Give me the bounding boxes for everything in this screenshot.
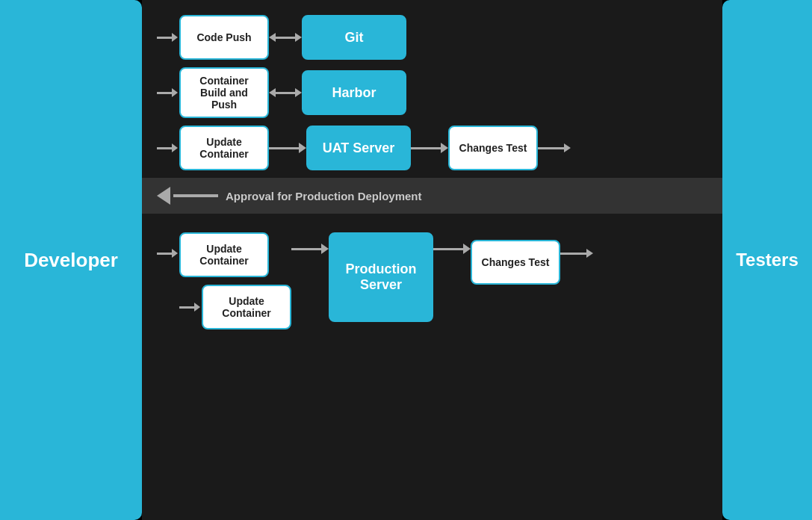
approval-text: Approval for Production Deployment: [226, 190, 422, 202]
left-arrowhead: [269, 33, 276, 42]
changes-test-uat-box: Changes Test: [448, 126, 538, 170]
right-arrowhead: [295, 33, 302, 42]
stub-head: [172, 249, 178, 258]
arrow-prod-1: [291, 244, 329, 254]
arrow-head: [321, 244, 329, 254]
testers-label: Testers: [736, 250, 799, 270]
exit-connector-prod: [560, 249, 593, 258]
approval-arrow: [157, 187, 218, 205]
production-server-box: Production Server: [329, 232, 433, 322]
left-stub-5: [179, 303, 202, 312]
approval-arrowhead: [157, 187, 170, 205]
left-stub-2: [157, 88, 179, 97]
developer-column: Developer: [0, 0, 142, 520]
connector-line: [276, 37, 295, 39]
changes-test-prod-box: Changes Test: [471, 240, 560, 285]
update-container-prod-box-2: Update Container: [202, 285, 291, 329]
row-prod-1: Update Container Update Container: [157, 232, 707, 329]
arrow-head: [299, 143, 306, 153]
connector-line: [276, 92, 295, 94]
testers-column: Testers: [722, 0, 812, 520]
row-container-build: Container Build and Push Harbor: [157, 67, 707, 118]
bottom-section: Update Container Update Container: [142, 214, 722, 520]
update-container-uat-box: Update Container: [179, 126, 269, 170]
arrow-line: [291, 248, 321, 250]
left-stub-3: [157, 143, 179, 152]
exit-connector-uat: [538, 143, 571, 152]
diagram-wrapper: Developer Code Push: [0, 0, 812, 520]
arrow-line: [269, 147, 299, 149]
stub-head: [194, 303, 200, 312]
right-arrowhead: [295, 88, 302, 97]
uat-server-box: UAT Server: [306, 126, 411, 170]
right-arrowhead: [564, 143, 571, 152]
connector-2: [269, 88, 302, 97]
developer-label: Developer: [24, 249, 118, 272]
arrow-head: [463, 244, 471, 254]
row-uat: Update Container UAT Server Changes: [157, 126, 707, 170]
arrow-line: [433, 248, 463, 250]
approval-line: [173, 194, 218, 197]
left-stub-4: [157, 249, 179, 258]
left-stub-1: [157, 33, 179, 42]
left-arrowhead: [269, 88, 276, 97]
connector-line: [560, 253, 586, 255]
stub-line: [157, 92, 172, 94]
row-prod-update-2: Update Container: [179, 285, 291, 329]
stub-head: [172, 33, 178, 42]
arrow-head: [441, 143, 448, 153]
row-code-push: Code Push Git: [157, 15, 707, 60]
row-prod-update-1: Update Container: [179, 232, 291, 277]
stub-line: [179, 306, 194, 309]
container-build-box: Container Build and Push: [179, 67, 269, 118]
arrow-uat-1: [269, 143, 306, 153]
stub-line: [157, 147, 172, 149]
approval-band: Approval for Production Deployment: [142, 178, 722, 214]
arrow-line: [411, 147, 441, 149]
code-push-box: Code Push: [179, 15, 269, 60]
stub-head: [172, 88, 178, 97]
top-section: Code Push Git: [142, 0, 722, 178]
arrow-prod-2: [433, 244, 471, 254]
stub-line: [157, 37, 172, 39]
prod-left-stack: Update Container Update Container: [179, 232, 291, 329]
arrow-uat-2: [411, 143, 448, 153]
connector-1: [269, 33, 302, 42]
top-rows: Code Push Git: [157, 15, 707, 170]
right-arrowhead: [586, 249, 593, 258]
git-box: Git: [302, 15, 406, 60]
update-container-prod-box-1: Update Container: [179, 232, 269, 277]
connector-line: [538, 147, 564, 149]
harbor-box: Harbor: [302, 70, 406, 115]
main-content: Code Push Git: [142, 0, 722, 520]
stub-head: [172, 143, 178, 152]
stub-line: [157, 253, 172, 255]
